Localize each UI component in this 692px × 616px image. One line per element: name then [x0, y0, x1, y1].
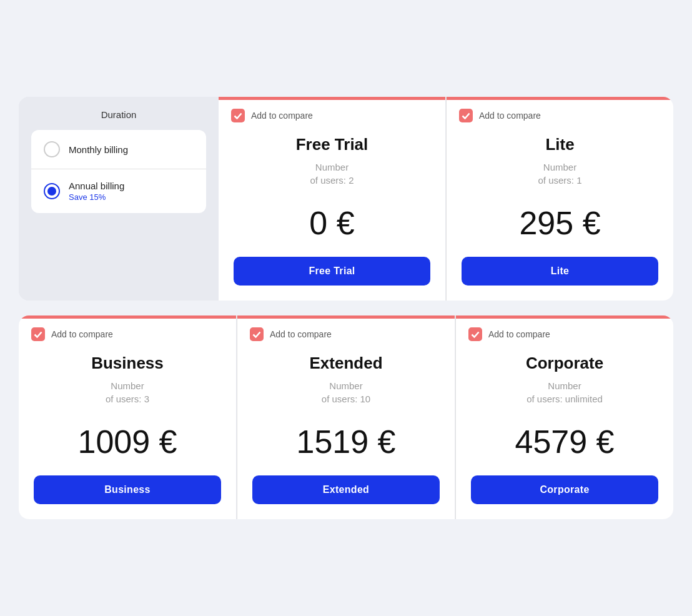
free-trial-header: Add to compare — [219, 100, 445, 122]
monthly-label: Monthly billing — [69, 144, 128, 155]
monthly-radio[interactable] — [44, 141, 60, 157]
corporate-button[interactable]: Corporate — [471, 475, 658, 504]
extended-checkbox[interactable] — [250, 327, 264, 341]
business-compare-label: Add to compare — [51, 329, 113, 339]
lite-users: Numberof users: 1 — [538, 161, 581, 187]
duration-panel: Duration Monthly billing Annual bi — [19, 97, 219, 301]
lite-compare-label: Add to compare — [479, 111, 541, 121]
free-trial-compare-label: Add to compare — [251, 111, 313, 121]
free-trial-card: Add to compare Free Trial Numberof users… — [219, 97, 446, 301]
page-wrapper: Duration Monthly billing Annual bi — [19, 97, 673, 519]
extended-name: Extended — [309, 354, 382, 373]
billing-options: Monthly billing Annual billing Save 15% — [31, 130, 206, 213]
free-trial-name: Free Trial — [296, 135, 368, 154]
lite-button[interactable]: Lite — [462, 257, 658, 286]
business-card: Add to compare Business Numberof users: … — [19, 315, 237, 519]
corporate-name: Corporate — [526, 354, 603, 373]
free-trial-price: 0 € — [309, 204, 354, 242]
free-trial-body: Free Trial Numberof users: 2 0 € Free Tr… — [219, 122, 445, 301]
corporate-card: Add to compare Corporate Numberof users:… — [456, 315, 673, 519]
row-1: Duration Monthly billing Annual bi — [19, 97, 673, 301]
annual-radio[interactable] — [44, 183, 60, 199]
annual-label: Annual billing Save 15% — [69, 181, 124, 202]
free-trial-checkbox[interactable] — [231, 109, 245, 122]
extended-header: Add to compare — [237, 319, 455, 341]
lite-card: Add to compare Lite Numberof users: 1 29… — [447, 97, 673, 301]
extended-card: Add to compare Extended Numberof users: … — [237, 315, 455, 519]
corporate-compare-label: Add to compare — [488, 329, 550, 339]
lite-body: Lite Numberof users: 1 295 € Lite — [447, 122, 673, 301]
corporate-users: Numberof users: unlimited — [526, 379, 603, 405]
lite-header: Add to compare — [447, 100, 673, 122]
radio-inner-dot — [47, 187, 56, 196]
extended-compare-label: Add to compare — [270, 329, 332, 339]
business-button[interactable]: Business — [34, 475, 221, 504]
corporate-price: 4579 € — [515, 423, 614, 460]
business-body: Business Numberof users: 3 1009 € Busine… — [19, 341, 236, 519]
annual-billing-option[interactable]: Annual billing Save 15% — [31, 169, 206, 213]
lite-checkbox[interactable] — [459, 109, 473, 122]
lite-price: 295 € — [519, 204, 600, 242]
business-price: 1009 € — [77, 423, 177, 460]
business-name: Business — [91, 354, 164, 373]
business-checkbox[interactable] — [31, 327, 45, 341]
extended-users: Numberof users: 10 — [322, 379, 370, 405]
row-2: Add to compare Business Numberof users: … — [19, 315, 673, 519]
free-trial-button[interactable]: Free Trial — [234, 257, 430, 286]
extended-price: 1519 € — [296, 423, 395, 460]
monthly-billing-option[interactable]: Monthly billing — [31, 130, 206, 169]
business-users: Numberof users: 3 — [106, 379, 149, 405]
extended-button[interactable]: Extended — [252, 475, 440, 504]
free-trial-users: Numberof users: 2 — [310, 161, 353, 187]
corporate-checkbox[interactable] — [468, 327, 482, 341]
extended-body: Extended Numberof users: 10 1519 € Exten… — [237, 341, 455, 519]
lite-name: Lite — [545, 135, 574, 154]
corporate-header: Add to compare — [456, 319, 673, 341]
business-header: Add to compare — [19, 319, 236, 341]
corporate-body: Corporate Numberof users: unlimited 4579… — [456, 341, 673, 519]
duration-title: Duration — [31, 109, 206, 120]
